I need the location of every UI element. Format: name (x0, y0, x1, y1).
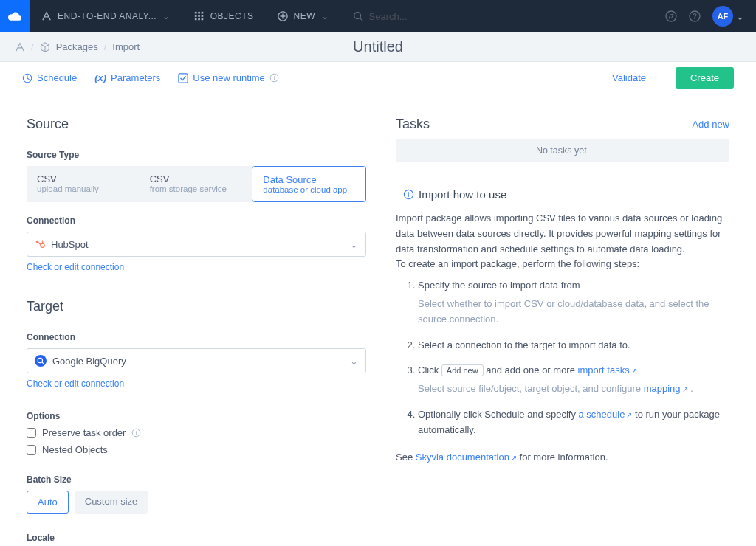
svg-rect-5 (201, 15, 203, 17)
left-column: Source Source Type CSV upload manually C… (27, 117, 366, 546)
create-button[interactable]: Create (676, 67, 734, 89)
howto-heading: i Import how to use (403, 188, 729, 201)
howto-step-1: Specify the source to import data from S… (418, 278, 729, 327)
package-icon (15, 42, 25, 52)
howto-step-2: Select a connection to the target to imp… (418, 338, 729, 353)
source-check-edit-link[interactable]: Check or edit (27, 262, 79, 272)
svg-rect-0 (195, 12, 197, 14)
tile-title: CSV (37, 173, 129, 184)
clock-icon (22, 73, 32, 83)
chevron-down-icon: ⌄ (162, 11, 171, 21)
chevron-down-icon: ⌄ (321, 11, 329, 21)
connection-suffix: connection (79, 262, 124, 272)
target-connection-dropdown[interactable]: Google BigQuery ⌄ (27, 348, 366, 373)
svg-rect-2 (201, 12, 203, 14)
slash: / (104, 41, 107, 52)
schedule-button[interactable]: Schedule (22, 72, 77, 83)
hubspot-icon (35, 239, 45, 249)
source-connection-label: Connection (27, 215, 366, 226)
logo[interactable] (0, 0, 30, 32)
tile-title: Data Source (263, 174, 355, 185)
external-link-icon: ↗ (511, 454, 517, 462)
howto-footer: See Skyvia documentation↗ for more infor… (396, 450, 729, 466)
svg-point-10 (354, 13, 360, 19)
user-menu[interactable]: AF ⌄ (712, 6, 744, 27)
tile-subtitle: from storage service (150, 184, 242, 193)
add-task-link[interactable]: Add new (692, 119, 729, 130)
nav-new-label: NEW (294, 11, 316, 21)
svg-text:?: ? (693, 13, 697, 21)
tile-subtitle: upload manually (37, 184, 129, 193)
chevron-down-icon: ⌄ (350, 356, 358, 367)
main: Source Source Type CSV upload manually C… (0, 94, 756, 546)
batch-size-label: Batch Size (27, 474, 366, 485)
external-link-icon: ↗ (626, 411, 632, 419)
toolbar: Schedule (x) Parameters Use new runtime … (0, 62, 756, 94)
schedule-label: Schedule (37, 72, 77, 83)
svg-text:i: i (274, 75, 275, 81)
target-check-edit-link[interactable]: Check or edit (27, 379, 79, 389)
source-heading: Source (27, 117, 366, 132)
runtime-toggle[interactable]: Use new runtime i (178, 72, 279, 83)
tasks-heading: Tasks (396, 117, 430, 132)
howto-step-1-sub: Select whether to import CSV or cloud/da… (418, 297, 729, 328)
bigquery-icon (35, 355, 47, 367)
howto-step-4: Optionally click Schedule and specify a … (418, 407, 729, 438)
avatar: AF (712, 6, 733, 27)
nested-objects-checkbox[interactable] (27, 445, 36, 455)
nested-objects-label: Nested Objects (42, 444, 108, 455)
source-type-datasource[interactable]: Data Source database or cloud app (252, 166, 366, 202)
top-nav: END-TO-END ANALY... ⌄ OBJECTS NEW ⌄ ? AF… (0, 0, 756, 32)
locale-label: Locale (27, 533, 366, 543)
nested-objects-option[interactable]: Nested Objects (27, 444, 366, 455)
source-connection-dropdown[interactable]: HubSpot ⌄ (27, 232, 366, 257)
svg-point-21 (38, 358, 42, 362)
page-title: Untitled (353, 38, 403, 55)
target-heading: Target (27, 299, 366, 314)
chevron-down-icon: ⌄ (736, 11, 744, 22)
source-type-csv-storage[interactable]: CSV from storage service (140, 166, 252, 202)
nav-workspace-label: END-TO-END ANALY... (58, 11, 157, 21)
source-type-csv-manual[interactable]: CSV upload manually (27, 166, 140, 202)
info-icon: i (131, 428, 141, 438)
nav-search[interactable] (341, 11, 665, 22)
preserve-order-label: Preserve task order (42, 427, 126, 438)
nav-workspace[interactable]: END-TO-END ANALY... ⌄ (30, 0, 182, 32)
howto-p1: Import package allows importing CSV file… (396, 212, 722, 255)
svg-rect-1 (198, 12, 200, 14)
box-icon (40, 42, 50, 52)
breadcrumb-current: Import (112, 41, 140, 52)
checkbox-checked-icon (178, 73, 188, 83)
breadcrumb-bar: / Packages / Import Untitled (0, 32, 756, 62)
nav-objects-label: OBJECTS (210, 11, 254, 21)
svg-rect-3 (195, 15, 197, 17)
info-icon: i (403, 189, 414, 200)
add-new-inline-btn: Add new (441, 364, 484, 376)
help-icon[interactable]: ? (689, 10, 701, 22)
preserve-order-option[interactable]: Preserve task order i (27, 427, 366, 438)
breadcrumb-packages[interactable]: Packages (56, 41, 98, 52)
nav-new[interactable]: NEW ⌄ (266, 0, 341, 32)
batch-auto-tab[interactable]: Auto (27, 491, 69, 514)
import-tasks-link[interactable]: import tasks (578, 364, 630, 376)
source-type-selector: CSV upload manually CSV from storage ser… (27, 166, 366, 202)
external-link-icon: ↗ (682, 385, 688, 393)
compass-icon[interactable] (665, 10, 677, 22)
svg-text:i: i (408, 191, 410, 198)
preserve-order-checkbox[interactable] (27, 428, 36, 438)
howto-step-3: Click Add new and add one or more import… (418, 363, 729, 397)
parameters-button[interactable]: (x) Parameters (94, 72, 160, 83)
howto-p2: To create an import package, perform the… (396, 258, 639, 269)
mapping-link[interactable]: mapping (644, 383, 681, 394)
batch-custom-tab[interactable]: Custom size (75, 491, 148, 514)
search-input[interactable] (369, 11, 517, 22)
validate-button[interactable]: Validate (612, 72, 646, 83)
howto-step-3-sub: Select source file/object, target object… (418, 381, 729, 397)
nav-objects[interactable]: OBJECTS (182, 0, 266, 32)
tile-subtitle: database or cloud app (263, 185, 355, 194)
schedule-link[interactable]: a schedule (579, 409, 625, 420)
svg-point-20 (41, 241, 43, 242)
parameters-icon: (x) (94, 72, 106, 83)
documentation-link[interactable]: Skyvia documentation (416, 452, 509, 463)
svg-point-11 (666, 11, 676, 21)
